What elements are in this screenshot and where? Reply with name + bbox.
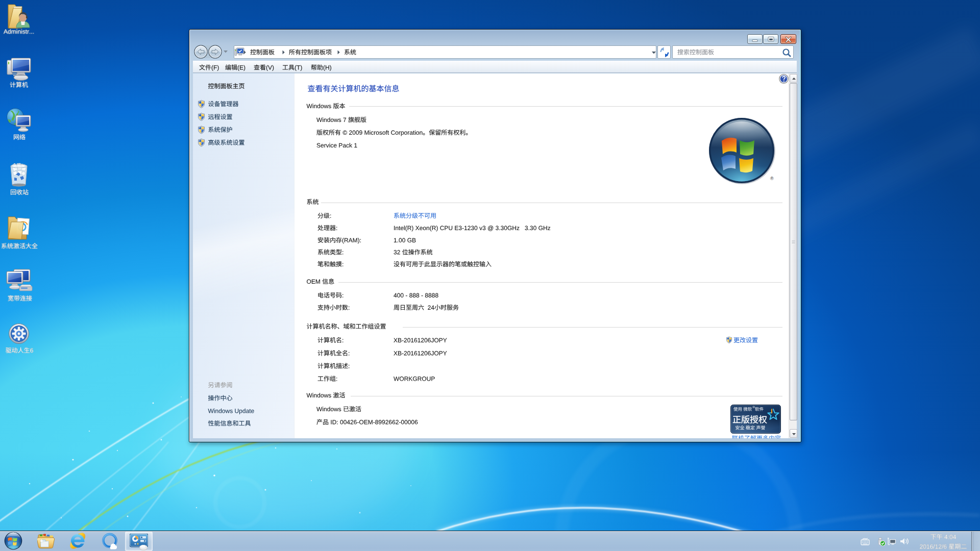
svg-text:®: ® bbox=[770, 176, 774, 181]
